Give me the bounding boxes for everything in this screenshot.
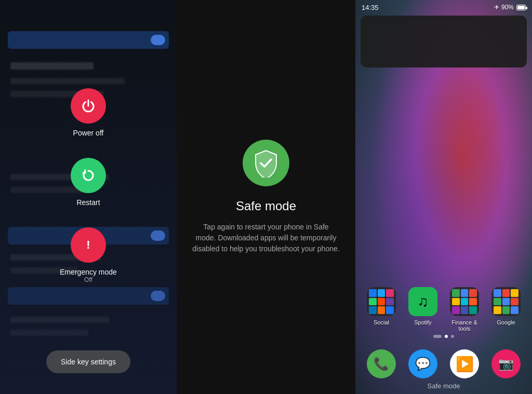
app-spotify[interactable]: ♫ Spotify <box>405 287 441 332</box>
app-finance[interactable]: Finance & tools <box>446 287 483 332</box>
page-dot-3 <box>451 335 454 338</box>
social-label: Social <box>374 319 389 325</box>
side-key-settings-button[interactable]: Side key settings <box>46 350 130 373</box>
phone-icon: 📞 <box>374 357 389 371</box>
google-icon <box>491 287 521 316</box>
status-bar: 14:35 ✈ 90% <box>355 0 532 15</box>
dock-camera[interactable]: 📷 <box>491 349 521 378</box>
emergency-button[interactable]: ! Emergency mode Off <box>60 227 117 283</box>
google-label: Google <box>497 319 515 325</box>
safe-mode-bottom-label: Safe mode <box>355 382 532 390</box>
play-icon: ▶️ <box>456 356 474 373</box>
app-social[interactable]: Social <box>363 287 400 332</box>
messages-icon: 💬 <box>415 357 431 371</box>
restart-label: Restart <box>76 198 100 207</box>
emergency-label: Emergency mode <box>60 268 117 276</box>
airplane-icon: ✈ <box>494 4 499 11</box>
social-icon <box>367 287 396 316</box>
dock-messages[interactable]: 💬 <box>408 349 437 378</box>
safe-mode-title: Safe mode <box>236 199 296 213</box>
phone-screen: 14:35 ✈ 90% <box>355 0 532 394</box>
camera-icon: 📷 <box>498 357 514 371</box>
spotify-icon: ♫ <box>408 287 437 316</box>
power-menu: Power off Restart ! Emergency mode Off <box>0 0 177 394</box>
safe-mode-description: Tap again to restart your phone in Safe … <box>192 222 340 254</box>
battery-percentage: 90% <box>501 4 514 11</box>
power-off-icon-circle <box>71 88 106 124</box>
restart-icon-circle <box>71 158 106 193</box>
svg-text:!: ! <box>86 238 90 251</box>
emergency-icon-circle: ! <box>71 227 106 263</box>
status-time: 14:35 <box>362 4 379 11</box>
page-dot-2 <box>445 335 448 338</box>
power-off-label: Power off <box>73 129 104 137</box>
app-grid: Social ♫ Spotify <box>355 287 532 332</box>
dock-phone[interactable]: 📞 <box>367 349 396 378</box>
page-dot-1 <box>433 335 442 338</box>
page-dots <box>355 335 532 338</box>
power-off-button[interactable]: Power off <box>71 88 106 137</box>
dock: 📞 💬 ▶️ 📷 <box>355 349 532 378</box>
finance-icon <box>450 287 479 316</box>
battery-icon <box>516 5 526 10</box>
notification-area <box>361 16 527 67</box>
dock-play[interactable]: ▶️ <box>450 349 479 378</box>
app-google[interactable]: Google <box>488 287 524 332</box>
spotify-label: Spotify <box>414 319 432 325</box>
safe-mode-panel: Safe mode Tap again to restart your phon… <box>177 0 355 394</box>
status-icons: ✈ 90% <box>494 4 526 11</box>
emergency-sublabel: Off <box>84 276 92 283</box>
finance-label: Finance & tools <box>446 319 483 332</box>
safe-mode-icon[interactable] <box>243 140 289 186</box>
restart-button[interactable]: Restart <box>71 158 106 207</box>
